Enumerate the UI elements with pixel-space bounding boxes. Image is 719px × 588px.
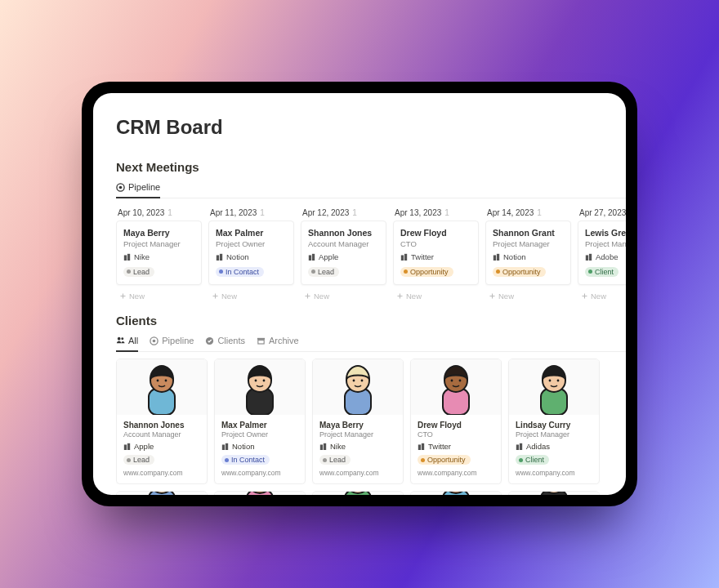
meeting-card[interactable]: Shannon Grant Project Manager Notion Opp…: [485, 220, 571, 285]
board-column: Apr 13, 2023 1 Drew Floyd CTO Twitter Op…: [393, 205, 479, 302]
card-company: Notion: [216, 252, 287, 261]
tab-pipeline[interactable]: Pipeline: [116, 179, 160, 198]
column-date: Apr 14, 2023 1: [485, 205, 571, 220]
status-tag: Opportunity: [493, 267, 546, 277]
client-avatar: [117, 359, 207, 415]
status-tag: Lead: [319, 455, 351, 465]
meetings-board: Apr 10, 2023 1 Maya Berry Project Manage…: [116, 205, 626, 302]
client-role: Project Manager: [319, 430, 396, 439]
building-icon: [516, 443, 523, 450]
tab-label: Pipeline: [128, 182, 160, 192]
building-icon: [308, 253, 315, 261]
app-screen: CRM Board Next Meetings Pipeline Apr 10,…: [93, 93, 626, 495]
add-new-card[interactable]: New: [301, 290, 386, 302]
client-company: Apple: [123, 442, 200, 451]
client-card[interactable]: Shannon Jones Account Manager Apple Lead…: [116, 359, 208, 485]
clients-section-title: Clients: [116, 314, 626, 327]
status-tag: Lead: [123, 455, 154, 465]
client-company: Nike: [319, 442, 396, 451]
client-role: Project Manager: [516, 430, 592, 439]
status-tag: Client: [516, 455, 549, 465]
building-icon: [585, 253, 592, 261]
client-card[interactable]: [116, 491, 208, 495]
status-tag: In Contact: [216, 267, 264, 277]
clients-grid: Shannon Jones Account Manager Apple Lead…: [116, 359, 626, 485]
svg-point-27: [549, 379, 552, 381]
card-name: Drew Floyd: [400, 228, 471, 238]
client-card[interactable]: Drew Floyd CTO Twitter Opportunity www.c…: [410, 359, 502, 485]
meeting-card[interactable]: Drew Floyd CTO Twitter Opportunity: [393, 220, 479, 285]
board-column: Apr 12, 2023 1 Shannon Jones Account Man…: [301, 205, 386, 302]
building-icon: [123, 253, 131, 261]
meeting-card[interactable]: Lewis Green Project Manager Adobe Client: [578, 220, 626, 285]
client-url: www.company.com: [123, 469, 200, 477]
plus-icon: [212, 292, 219, 300]
client-name: Shannon Jones: [123, 421, 200, 430]
building-icon: [216, 253, 223, 261]
svg-point-15: [255, 379, 257, 381]
page-title: CRM Board: [116, 116, 626, 139]
tab-label: Archive: [269, 336, 299, 345]
client-avatar: [509, 492, 599, 495]
svg-point-24: [459, 379, 462, 381]
client-company: Twitter: [418, 442, 494, 451]
meeting-card[interactable]: Shannon Jones Account Manager Apple Lead: [301, 220, 386, 285]
clients-tabs: All Pipeline Clients Archive: [116, 332, 626, 352]
card-role: Project Owner: [216, 239, 287, 248]
building-icon: [400, 253, 408, 261]
board-column: Apr 11, 2023 1 Max Palmer Project Owner …: [208, 205, 294, 302]
tab-label: Pipeline: [162, 336, 194, 345]
meeting-card[interactable]: Max Palmer Project Owner Notion In Conta…: [208, 220, 294, 285]
client-role: CTO: [418, 430, 494, 439]
status-tag: Client: [585, 267, 619, 277]
add-new-card[interactable]: New: [116, 290, 202, 302]
client-card[interactable]: [214, 491, 306, 495]
client-url: www.company.com: [319, 469, 396, 477]
card-role: Project Manager: [123, 239, 194, 248]
client-role: Project Owner: [221, 430, 298, 439]
status-tag: Lead: [308, 267, 339, 277]
client-avatar: [117, 492, 207, 495]
clients-next-row: [116, 491, 626, 495]
status-tag: In Contact: [221, 455, 270, 465]
svg-point-20: [361, 379, 364, 381]
add-new-card[interactable]: New: [208, 290, 294, 302]
client-card[interactable]: Lindsay Curry Project Manager Adidas Cli…: [508, 359, 600, 485]
status-tag: Opportunity: [400, 267, 453, 277]
column-date: Apr 11, 2023 1: [208, 205, 294, 220]
target-icon: [150, 336, 159, 345]
client-card[interactable]: Max Palmer Project Owner Notion In Conta…: [214, 359, 306, 485]
tab-all[interactable]: All: [116, 332, 138, 352]
plus-icon: [304, 292, 311, 300]
column-date: Apr 10, 2023 1: [116, 205, 202, 220]
card-name: Max Palmer: [216, 228, 287, 238]
tab-archive[interactable]: Archive: [257, 332, 299, 350]
client-avatar: [411, 492, 501, 495]
client-avatar: [313, 359, 403, 415]
add-new-card[interactable]: New: [485, 290, 571, 302]
client-avatar: [411, 359, 501, 415]
plus-icon: [119, 292, 127, 300]
meetings-tabs: Pipeline: [116, 179, 626, 198]
add-new-card[interactable]: New: [393, 290, 479, 302]
building-icon: [319, 443, 327, 450]
client-card[interactable]: [508, 491, 600, 495]
card-name: Lewis Green: [585, 228, 626, 238]
board-column: Apr 27, 2023 1 Lewis Green Project Manag…: [578, 205, 626, 302]
building-icon: [493, 253, 500, 261]
card-name: Maya Berry: [123, 228, 194, 238]
client-company: Adidas: [516, 442, 592, 451]
plus-icon: [489, 292, 496, 300]
tab-pipeline[interactable]: Pipeline: [150, 332, 194, 350]
client-card[interactable]: [410, 491, 502, 495]
client-avatar: [509, 359, 599, 415]
card-name: Shannon Jones: [308, 228, 379, 238]
client-card[interactable]: [312, 491, 404, 495]
client-role: Account Manager: [123, 430, 200, 439]
card-company: Nike: [123, 252, 194, 261]
meeting-card[interactable]: Maya Berry Project Manager Nike Lead: [116, 220, 202, 285]
add-new-card[interactable]: New: [578, 290, 626, 302]
tab-clients[interactable]: Clients: [205, 332, 245, 350]
meetings-section-title: Next Meetings: [116, 160, 626, 174]
client-card[interactable]: Maya Berry Project Manager Nike Lead www…: [312, 359, 404, 485]
